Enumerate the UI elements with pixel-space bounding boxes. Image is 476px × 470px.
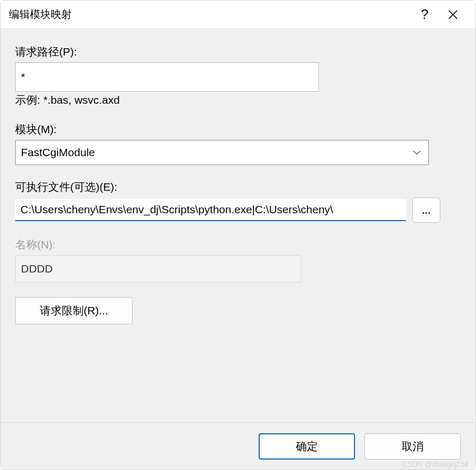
- ok-button[interactable]: 确定: [259, 433, 355, 460]
- request-path-input[interactable]: [15, 62, 319, 92]
- executable-label: 可执行文件(可选)(E):: [15, 180, 461, 194]
- name-group: 名称(N):: [15, 237, 461, 282]
- module-group: 模块(M):: [15, 122, 461, 165]
- dialog-content: 请求路径(P): 示例: *.bas, wsvc.axd 模块(M): 可执行文…: [1, 29, 475, 422]
- browse-button[interactable]: ...: [412, 198, 440, 223]
- titlebar: 编辑模块映射 ?: [1, 1, 475, 29]
- edit-module-mapping-dialog: 编辑模块映射 ? 请求路径(P): 示例: *.bas, wsvc.axd 模块…: [0, 0, 476, 470]
- name-input: [15, 255, 301, 282]
- close-button[interactable]: [439, 1, 467, 29]
- module-select[interactable]: [15, 140, 429, 165]
- executable-group: 可执行文件(可选)(E): ...: [15, 180, 461, 223]
- cancel-button[interactable]: 取消: [364, 433, 461, 460]
- module-select-wrapper: [15, 140, 429, 165]
- dialog-title: 编辑模块映射: [9, 7, 411, 21]
- dialog-footer: 确定 取消: [1, 422, 475, 469]
- ellipsis-icon: ...: [422, 204, 431, 216]
- module-label: 模块(M):: [15, 122, 461, 137]
- help-button[interactable]: ?: [411, 1, 439, 29]
- request-path-label: 请求路径(P):: [15, 45, 461, 59]
- close-icon: [448, 10, 458, 19]
- request-limit-group: 请求限制(R)...: [15, 297, 461, 324]
- name-label: 名称(N):: [15, 237, 461, 252]
- executable-row: ...: [15, 198, 461, 223]
- help-icon: ?: [421, 6, 428, 23]
- request-limit-button[interactable]: 请求限制(R)...: [15, 297, 132, 324]
- executable-input[interactable]: [15, 199, 406, 221]
- request-path-hint: 示例: *.bas, wsvc.axd: [15, 93, 461, 107]
- request-path-group: 请求路径(P): 示例: *.bas, wsvc.axd: [15, 45, 461, 107]
